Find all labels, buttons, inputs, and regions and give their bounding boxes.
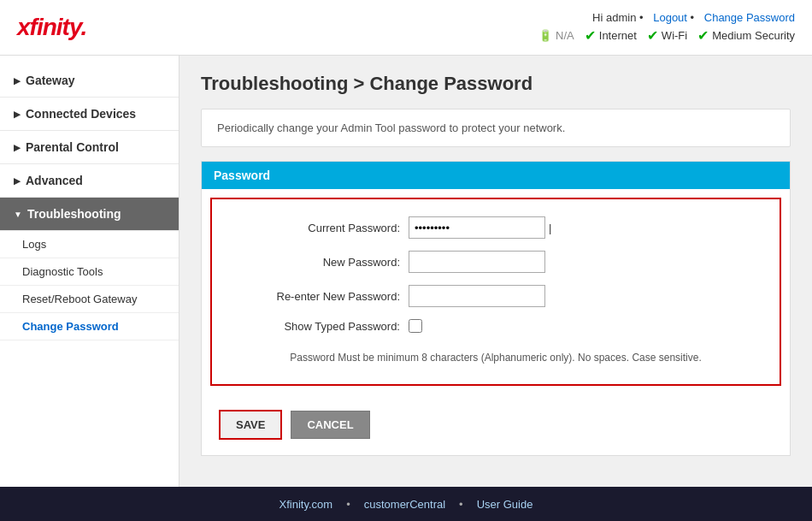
content-area: Troubleshooting > Change Password Period… [179,56,812,487]
security-label: Medium Security [712,29,795,42]
change-password-link[interactable]: Change Password [704,11,795,24]
battery-status: 🔋 N/A [538,29,574,42]
check-icon-wifi: ✔ [647,27,658,44]
xfinity-logo: xfinity. [17,14,86,41]
page-title: Troubleshooting > Change Password [201,73,791,95]
new-password-label: New Password: [238,256,409,269]
show-typed-row: Show Typed Password: [238,319,754,333]
sidebar-item-troubleshooting[interactable]: ▼ Troubleshooting [0,198,179,231]
check-icon-internet: ✔ [585,27,596,44]
footer-link-user-guide[interactable]: User Guide [477,498,533,511]
sidebar: ▶ Gateway ▶ Connected Devices ▶ Parental… [0,56,179,487]
sidebar-label-connected: Connected Devices [26,107,136,121]
arrow-icon-gateway: ▶ [14,76,21,86]
footer-link-customer-central[interactable]: customerCentral [364,498,445,511]
sidebar-subitem-change-password[interactable]: Change Password [0,313,179,340]
current-password-row: Current Password: | [238,216,754,239]
sidebar-subitem-reset[interactable]: Reset/Reboot Gateway [0,286,179,313]
footer-dot-1: • [346,498,350,511]
cursor-indicator: | [549,222,551,234]
password-section: Password Current Password: | New Passwor… [201,161,791,456]
arrow-icon-advanced: ▶ [14,176,21,186]
status-row: 🔋 N/A ✔ Internet ✔ Wi-Fi ✔ Medium Securi… [538,27,795,44]
footer-dot-2: • [459,498,463,511]
show-typed-label: Show Typed Password: [238,320,409,333]
check-icon-security: ✔ [697,27,709,44]
sidebar-label-parental: Parental Control [26,140,119,154]
new-password-input[interactable] [409,251,545,273]
footer: Xfinity.com • customerCentral • User Gui… [0,487,812,521]
internet-status: ✔ Internet [585,27,637,44]
arrow-icon-troubleshooting: ▼ [14,210,22,219]
password-hint: Password Must be minimum 8 characters (A… [238,345,754,367]
info-box: Periodically change your Admin Tool pass… [201,109,791,147]
wifi-status: ✔ Wi-Fi [647,27,687,44]
sidebar-subitem-logs[interactable]: Logs [0,231,179,258]
show-typed-checkbox[interactable] [409,319,422,333]
password-section-header: Password [202,162,790,189]
main-layout: ▶ Gateway ▶ Connected Devices ▶ Parental… [0,56,812,487]
footer-link-xfinity[interactable]: Xfinity.com [279,498,333,511]
header-right: Hi admin • Logout • Change Password 🔋 N/… [538,11,795,44]
sidebar-item-gateway[interactable]: ▶ Gateway [0,64,179,98]
sidebar-label-troubleshooting: Troubleshooting [27,207,121,221]
header-top-row: Hi admin • Logout • Change Password [538,11,795,24]
cancel-button[interactable]: CANCEL [291,411,369,439]
sidebar-item-parental-control[interactable]: ▶ Parental Control [0,131,179,164]
sidebar-item-connected-devices[interactable]: ▶ Connected Devices [0,98,179,131]
password-form-body: Current Password: | New Password: Re-ent… [210,198,781,386]
sidebar-subitems: Logs Diagnostic Tools Reset/Reboot Gatew… [0,231,179,340]
security-status: ✔ Medium Security [697,27,795,44]
new-password-row: New Password: [238,251,754,273]
greeting-text: Hi admin [592,11,636,24]
button-row: SAVE CANCEL [202,401,790,455]
sidebar-label-gateway: Gateway [26,74,75,87]
na-label: N/A [556,29,574,42]
internet-label: Internet [599,29,637,42]
save-button[interactable]: SAVE [219,410,282,440]
arrow-icon-parental: ▶ [14,143,21,152]
logout-link[interactable]: Logout [653,11,687,24]
re-enter-password-input[interactable] [409,285,545,307]
bullet-separator2: • [691,11,695,24]
sidebar-subitem-diagnostic[interactable]: Diagnostic Tools [0,258,179,286]
header: xfinity. Hi admin • Logout • Change Pass… [0,0,812,56]
re-enter-label: Re-enter New Password: [238,290,409,303]
re-enter-password-row: Re-enter New Password: [238,285,754,307]
battery-icon: 🔋 [538,29,552,42]
wifi-label: Wi-Fi [662,29,687,42]
sidebar-item-advanced[interactable]: ▶ Advanced [0,164,179,198]
current-password-label: Current Password: [238,222,409,234]
arrow-icon-connected: ▶ [14,110,21,119]
current-password-input[interactable] [409,216,545,239]
bullet-separator: • [639,11,644,24]
sidebar-label-advanced: Advanced [26,174,83,187]
